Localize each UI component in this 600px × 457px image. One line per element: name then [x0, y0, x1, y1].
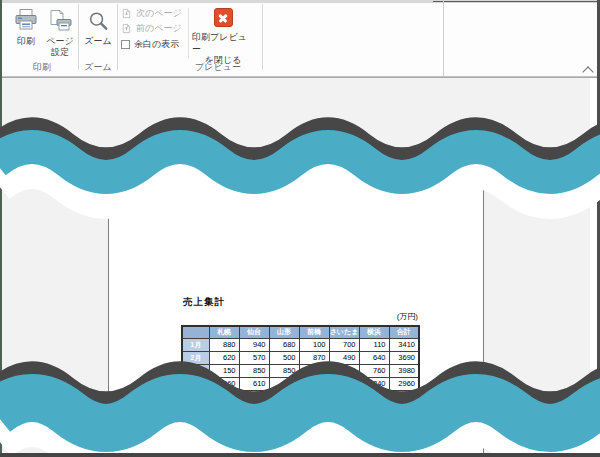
close-print-preview-button[interactable]: 印刷プレビュー を閉じる	[192, 4, 254, 68]
table-cell: 400	[209, 390, 239, 403]
window-bottom-edge	[0, 453, 600, 457]
column-header-cell: 札幌	[209, 326, 239, 338]
table-cell: 850	[269, 364, 299, 377]
table-row: 6月7306808505109203003990	[182, 403, 419, 416]
zoom-group-label: ズーム	[80, 61, 116, 74]
table-cell: 3,460	[299, 416, 329, 430]
next-page-icon	[121, 8, 132, 19]
table-cell: 340	[359, 377, 389, 390]
next-page-button[interactable]: 次のページ	[121, 7, 182, 20]
row-header-cell: 3月	[182, 364, 209, 377]
table-cell: 720	[329, 364, 359, 377]
table-cell: 570	[239, 351, 269, 364]
table-cell: 100	[299, 338, 329, 351]
zoom-button-label: ズーム	[84, 36, 111, 47]
unit-label: (万円)	[181, 311, 418, 322]
print-preview-page[interactable]: 売上集計 (万円) 札幌仙台山形前橋さいたま横浜合計 1月88094068010…	[108, 166, 484, 457]
column-header-cell: 横浜	[359, 326, 389, 338]
preview-pane: 売上集計 (万円) 札幌仙台山形前橋さいたま横浜合計 1月88094068010…	[0, 77, 600, 453]
table-cell: 680	[269, 338, 299, 351]
printer-icon	[13, 6, 39, 36]
row-header-cell: 5月	[182, 390, 209, 403]
table-cell: 4,460	[239, 416, 269, 430]
table-cell: 3,720	[329, 416, 359, 430]
table-cell: 3690	[389, 351, 419, 364]
table-cell: 3410	[389, 338, 419, 351]
prev-page-button[interactable]: 前のページ	[121, 22, 182, 35]
column-header-cell	[182, 326, 209, 338]
next-page-label: 次のページ	[136, 7, 182, 20]
column-header-cell: 前橋	[299, 326, 329, 338]
close-button-label-line1: 印刷プレビュー	[192, 32, 254, 55]
table-cell: 4,080	[269, 416, 299, 430]
table-row: 札幌仙台山形前橋さいたま横浜合計	[182, 326, 419, 338]
row-header-cell: 合計	[182, 416, 209, 430]
table-cell: 3980	[389, 364, 419, 377]
show-margins-checkbox[interactable]: 余白の表示	[121, 38, 179, 51]
mini-separator	[188, 8, 189, 58]
table-cell: 490	[329, 351, 359, 364]
show-margins-label: 余白の表示	[134, 38, 179, 51]
table-row: 1月8809406801007001103410	[182, 338, 419, 351]
checkbox-icon[interactable]	[121, 40, 130, 49]
close-icon	[214, 8, 233, 27]
row-header-cell: 1月	[182, 338, 209, 351]
table-cell: 260	[329, 390, 359, 403]
table-cell: 2960	[389, 377, 419, 390]
page-setup-label-line2: 設定	[51, 47, 69, 58]
table-cell: 880	[209, 338, 239, 351]
table-cell: 840	[299, 390, 329, 403]
column-header-cell: 仙台	[239, 326, 269, 338]
print-button-label: 印刷	[17, 36, 35, 47]
table-cell: 300	[359, 403, 389, 416]
ribbon-right-separator	[443, 0, 444, 76]
table-cell: 700	[329, 338, 359, 351]
table-row: 3月1508508506507207603980	[182, 364, 419, 377]
scrollbar-track[interactable]	[590, 78, 597, 452]
ribbon: 印刷 ページ 設定	[0, 0, 600, 77]
page-setup-icon	[47, 6, 73, 36]
window-left-edge	[0, 0, 2, 457]
table-cell: 630	[329, 377, 359, 390]
table-cell: 490	[299, 377, 329, 390]
page-setup-label-line1: ページ	[46, 36, 73, 47]
table-cell: 870	[299, 351, 329, 364]
table-cell: 500	[269, 351, 299, 364]
table-cell: 680	[239, 403, 269, 416]
table-header-row: 札幌仙台山形前橋さいたま横浜合計	[182, 326, 419, 338]
print-button[interactable]: 印刷	[8, 4, 44, 47]
table-cell: 940	[239, 338, 269, 351]
group-separator	[117, 4, 118, 70]
table-cell: 510	[299, 403, 329, 416]
table-cell: 850	[239, 364, 269, 377]
table-body: 1月88094068010070011034102月62057050087049…	[182, 338, 419, 430]
table-cell: 3990	[389, 403, 419, 416]
table-cell: 150	[209, 364, 239, 377]
table-cell: 110	[359, 338, 389, 351]
table-cell: 21,530	[389, 416, 419, 430]
zoom-button[interactable]: ズーム	[81, 4, 115, 47]
window-top-edge	[433, 1, 600, 2]
row-header-cell: 6月	[182, 403, 209, 416]
sheet-title: 売上集計	[183, 296, 225, 309]
table-cell: 920	[329, 403, 359, 416]
table-cell: 3,340	[209, 416, 239, 430]
table-cell: 620	[209, 351, 239, 364]
table-cell: 560	[209, 377, 239, 390]
column-header-cell: 山形	[269, 326, 299, 338]
table-cell: 730	[209, 403, 239, 416]
print-group-label: 印刷	[8, 61, 76, 74]
table-row: 合計3,3404,4604,0803,4603,7202,47021,530	[182, 416, 419, 430]
table-cell: 3500	[389, 390, 419, 403]
table-cell: 760	[359, 364, 389, 377]
table-cell: 320	[359, 390, 389, 403]
page-setup-button[interactable]: ページ 設定	[43, 4, 77, 58]
sales-table: 札幌仙台山形前橋さいたま横浜合計 1月880940680100700110341…	[181, 325, 420, 431]
table-cell: 650	[299, 364, 329, 377]
table-cell: 610	[239, 377, 269, 390]
table-cell: 870	[269, 390, 299, 403]
magnifier-icon	[87, 6, 110, 36]
table-row: 4月5606103304906303402960	[182, 377, 419, 390]
column-header-cell: 合計	[389, 326, 419, 338]
table-cell: 2,470	[359, 416, 389, 430]
